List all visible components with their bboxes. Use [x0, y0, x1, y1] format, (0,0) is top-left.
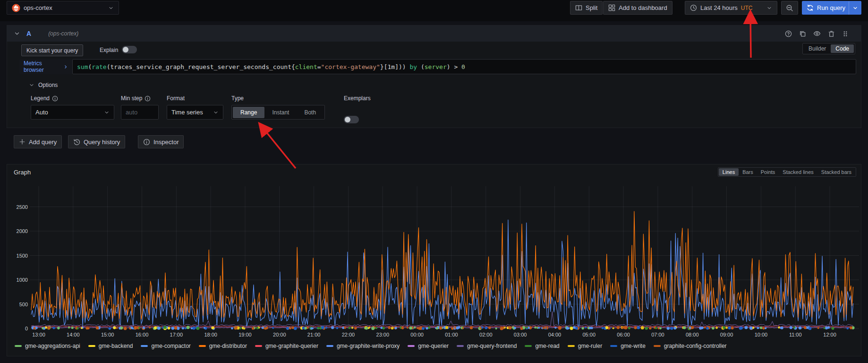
zoom-out-icon — [786, 4, 793, 12]
chevron-down-icon — [29, 82, 34, 88]
svg-text:03:00: 03:00 — [514, 332, 527, 337]
inspector-button[interactable]: Inspector — [138, 135, 184, 148]
query-token: { — [291, 63, 295, 70]
collapse-chevron-icon[interactable] — [14, 30, 20, 37]
svg-text:1000: 1000 — [17, 277, 28, 283]
graph-style-toggle: Lines Bars Points Stacked lines Stacked … — [718, 167, 856, 177]
query-row-header[interactable]: A (ops-cortex) — [7, 26, 861, 42]
timeseries-chart[interactable]: 0500100015002000250013:0014:0015:0016:00… — [7, 178, 861, 342]
format-select[interactable]: Time series — [167, 105, 223, 120]
time-picker-button[interactable]: Last 24 hours UTC — [685, 1, 777, 15]
style-lines-button[interactable]: Lines — [719, 168, 739, 176]
legend-item[interactable]: gme-query-frontend — [457, 343, 517, 349]
query-token: } — [380, 63, 384, 70]
add-query-button[interactable]: Add query — [14, 135, 62, 148]
legend-select-value: Auto — [35, 109, 104, 116]
legend-series-name: gme-graphite-write-proxy — [337, 343, 400, 349]
svg-text:07:00: 07:00 — [651, 332, 664, 337]
run-query-button[interactable]: Run query — [802, 1, 861, 15]
query-token: > — [451, 63, 461, 70]
query-token: server — [425, 63, 447, 70]
inspector-label: Inspector — [153, 138, 179, 146]
datasource-picker[interactable]: ops-cortex — [7, 1, 119, 15]
kick-start-query-button[interactable]: Kick start your query — [21, 44, 83, 56]
drag-handle-icon[interactable] — [842, 30, 849, 37]
legend-item[interactable]: gme-graphite-querier — [255, 343, 318, 349]
legend-series-name: gme-graphite-querier — [265, 343, 318, 349]
query-ref-id: A — [26, 30, 31, 37]
type-instant-button[interactable]: Instant — [264, 107, 297, 118]
min-step-input[interactable] — [121, 105, 159, 120]
style-stacked-lines-button[interactable]: Stacked lines — [779, 168, 817, 176]
eye-icon[interactable] — [813, 30, 821, 37]
legend-series-marker — [654, 345, 661, 347]
split-icon — [575, 4, 582, 11]
type-range-button[interactable]: Range — [233, 107, 264, 118]
query-token — [417, 63, 421, 70]
zoom-out-button[interactable] — [781, 1, 798, 15]
chevron-down-icon — [104, 110, 110, 115]
svg-text:12:00: 12:00 — [823, 332, 836, 337]
legend-item[interactable]: gme-distributor — [199, 343, 247, 349]
options-section-toggle[interactable]: Options — [29, 82, 58, 88]
type-both-button[interactable]: Both — [297, 107, 323, 118]
style-bars-button[interactable]: Bars — [739, 168, 757, 176]
svg-text:18:00: 18:00 — [204, 332, 217, 337]
legend-series-marker — [408, 345, 415, 347]
query-history-button[interactable]: Query history — [68, 135, 125, 148]
legend-series-marker — [525, 345, 532, 347]
legend-series-marker — [199, 345, 206, 347]
legend-item[interactable]: gme-ruler — [568, 343, 602, 349]
sync-icon — [807, 4, 814, 11]
code-mode-button[interactable]: Code — [831, 44, 854, 53]
svg-text:09:00: 09:00 — [720, 332, 733, 337]
svg-text:14:00: 14:00 — [67, 332, 80, 337]
type-option-label: Type — [231, 95, 244, 102]
help-icon[interactable] — [785, 30, 792, 37]
legend-series-marker — [326, 345, 333, 347]
svg-text:04:00: 04:00 — [548, 332, 562, 337]
chevron-down-icon[interactable] — [852, 5, 858, 11]
svg-text:23:00: 23:00 — [376, 332, 390, 337]
legend-option-label: Legend — [31, 95, 58, 102]
legend-item[interactable]: gme-aggregations-api — [15, 343, 80, 349]
query-token: ) — [447, 63, 451, 70]
apps-grid-icon — [608, 4, 615, 11]
svg-text:17:00: 17:00 — [170, 332, 183, 337]
legend-item[interactable]: graphite-config-controller — [654, 343, 727, 349]
legend-series-name: gme-backend — [99, 343, 133, 349]
metrics-browser-button[interactable]: Metrics browser — [19, 59, 72, 74]
query-type-radio-group: Range Instant Both — [231, 105, 325, 120]
query-code-input[interactable]: sum(rate(traces_service_graph_request_se… — [72, 59, 856, 74]
explain-toggle[interactable] — [122, 46, 137, 53]
add-query-label: Add query — [29, 138, 57, 146]
chevron-down-icon — [213, 110, 219, 115]
trash-icon[interactable] — [828, 30, 835, 37]
svg-text:05:00: 05:00 — [583, 332, 596, 337]
builder-mode-button[interactable]: Builder — [804, 44, 831, 53]
legend-series-marker — [610, 345, 617, 347]
style-stacked-bars-button[interactable]: Stacked bars — [817, 168, 855, 176]
legend-item[interactable]: gme-write — [610, 343, 646, 349]
legend-item[interactable]: gme-backend — [88, 343, 133, 349]
annotation-arrow — [261, 126, 296, 168]
button-divider — [849, 1, 849, 15]
svg-text:0: 0 — [25, 326, 28, 331]
format-select-value: Time series — [171, 109, 213, 116]
exemplars-toggle[interactable] — [344, 116, 359, 123]
add-to-dashboard-button[interactable]: Add to dashboard — [603, 1, 672, 15]
kick-start-label: Kick start your query — [26, 47, 78, 54]
legend-item[interactable]: gme-graphite-write-proxy — [326, 343, 400, 349]
legend-item[interactable]: gme-querier — [408, 343, 449, 349]
timezone-label: UTC — [741, 5, 753, 11]
split-button[interactable]: Split — [570, 1, 603, 15]
plus-icon — [19, 138, 26, 145]
explore-toolbar: ops-cortex Split Add to dashboard Last 2… — [0, 0, 868, 21]
legend-item[interactable]: gme-read — [525, 343, 559, 349]
legend-item[interactable]: gme-compactor — [141, 343, 190, 349]
style-points-button[interactable]: Points — [757, 168, 779, 176]
legend-select[interactable]: Auto — [31, 105, 114, 120]
legend-series-name: graphite-config-controller — [664, 343, 727, 349]
copy-icon[interactable] — [799, 30, 806, 37]
svg-text:10:00: 10:00 — [755, 332, 768, 337]
